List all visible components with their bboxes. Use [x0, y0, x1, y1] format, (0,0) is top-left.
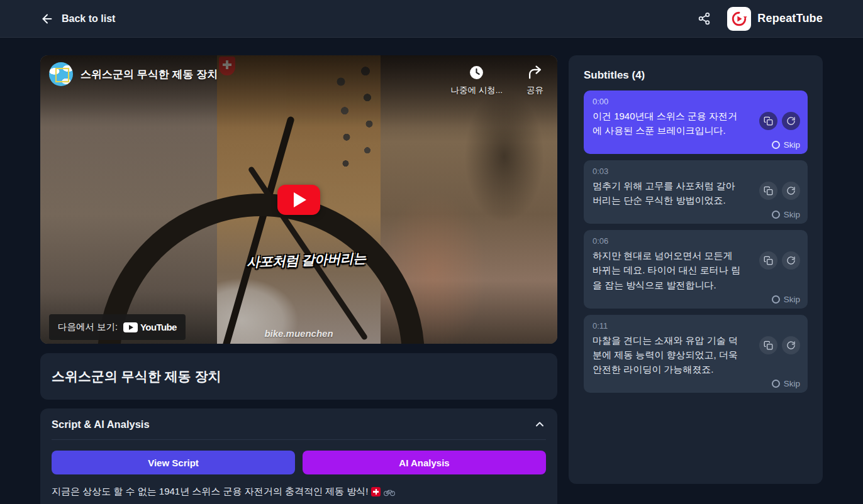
subtitle-timestamp: 0:11 — [593, 321, 799, 331]
script-analysis-card: Script & AI Analysis View Script AI Anal… — [40, 408, 557, 504]
skip-label: Skip — [784, 379, 800, 388]
repeat-subtitle-button[interactable] — [782, 112, 800, 130]
share-arrow-icon — [527, 65, 543, 80]
repeat-icon — [786, 186, 796, 195]
back-to-list-label: Back to list — [62, 13, 115, 25]
subtitle-actions — [759, 182, 800, 200]
view-script-button[interactable]: View Script — [52, 451, 295, 474]
subtitle-list: 0:00 이건 1940년대 스위스 군용 자전거에 사용된 스푼 브레이크입니… — [584, 90, 808, 393]
script-section-toggle[interactable]: Script & AI Analysis — [52, 408, 546, 440]
skip-radio-icon — [772, 380, 780, 388]
skip-toggle[interactable]: Skip — [772, 140, 800, 150]
repeat-subtitle-button[interactable] — [782, 251, 800, 270]
subtitles-header: Subtitles (4) — [584, 69, 808, 82]
subtitle-card[interactable]: 0:11 마찰을 견디는 소재와 유압 기술 덕분에 제동 능력이 향상되었고,… — [584, 315, 808, 393]
skip-radio-icon — [772, 295, 780, 304]
subtitle-timestamp: 0:00 — [593, 97, 799, 106]
bicycle-icon — [384, 488, 395, 496]
video-share-button[interactable]: 공유 — [526, 65, 543, 96]
share-icon — [698, 12, 711, 25]
brand-name: RepeatTube — [757, 12, 823, 25]
watch-later-label: 나중에 시청... — [450, 85, 503, 96]
youtube-play-icon — [123, 322, 138, 332]
repeat-icon — [786, 256, 796, 265]
share-page-button[interactable] — [698, 12, 711, 25]
player-header: 스위스군의 무식한 제동 장치 나중에 시청... 공유 — [49, 62, 543, 96]
subtitle-timestamp: 0:06 — [593, 236, 799, 246]
player-video-title[interactable]: 스위스군의 무식한 제동 장치 — [81, 67, 218, 82]
play-icon — [294, 192, 306, 207]
skip-label: Skip — [784, 140, 800, 150]
subtitle-card[interactable]: 0:00 이건 1940년대 스위스 군용 자전거에 사용된 스푼 브레이크입니… — [584, 90, 808, 154]
skip-radio-icon — [772, 141, 780, 149]
subtitle-card[interactable]: 0:03 멈추기 위해 고무를 사포처럼 갈아버리는 단순 무식한 방법이었죠.… — [584, 160, 808, 224]
skip-toggle[interactable]: Skip — [772, 295, 800, 304]
main-content: 스위스군의 무식한 제동 장치 나중에 시청... 공유 — [0, 38, 863, 504]
skip-label: Skip — [784, 295, 800, 304]
copy-icon — [764, 341, 773, 350]
subtitle-actions — [759, 336, 800, 354]
chevron-up-icon — [533, 418, 546, 430]
left-column: 스위스군의 무식한 제동 장치 나중에 시청... 공유 — [40, 55, 557, 504]
repeat-subtitle-button[interactable] — [782, 336, 800, 354]
youtube-wordmark: YouTube — [140, 322, 177, 332]
skip-toggle[interactable]: Skip — [772, 210, 800, 219]
script-section-title: Script & AI Analysis — [52, 419, 150, 430]
watch-on-youtube-link[interactable]: 다음에서 보기: YouTube — [49, 314, 186, 340]
skip-label: Skip — [784, 210, 800, 219]
description-text: 지금은 상상도 할 수 없는 1941년 스위스 군용 자전거의 충격적인 제동… — [52, 486, 368, 498]
copy-subtitle-button[interactable] — [759, 182, 777, 200]
subtitle-actions — [759, 112, 800, 130]
copy-icon — [764, 186, 773, 195]
copy-icon — [764, 116, 773, 126]
clock-icon — [469, 65, 484, 80]
video-description: 지금은 상상도 할 수 없는 1941년 스위스 군용 자전거의 충격적인 제동… — [52, 474, 546, 504]
copy-subtitle-button[interactable] — [759, 251, 777, 270]
copy-icon — [764, 256, 773, 265]
watch-on-label: 다음에서 보기: — [58, 321, 118, 333]
repeat-icon — [786, 341, 796, 350]
youtube-logo: YouTube — [123, 322, 177, 332]
top-navbar: Back to list RepeatTube — [0, 0, 863, 38]
youtube-play-button[interactable] — [277, 185, 320, 215]
copy-subtitle-button[interactable] — [759, 112, 777, 130]
video-title: 스위스군의 무식한 제동 장치 — [52, 368, 546, 385]
video-share-label: 공유 — [526, 85, 543, 96]
repeat-icon — [786, 116, 796, 126]
watch-later-button[interactable]: 나중에 시청... — [450, 65, 503, 96]
subtitle-timestamp: 0:03 — [593, 167, 799, 176]
arrow-left-icon — [40, 12, 54, 26]
back-to-list-button[interactable]: Back to list — [40, 12, 115, 26]
ai-analysis-button[interactable]: AI Analysis — [303, 451, 546, 474]
swiss-flag-icon — [371, 487, 381, 496]
subtitle-card[interactable]: 0:06 하지만 현대로 넘어오면서 모든게 바뀌는 데요. 타이어 대신 로터… — [584, 230, 808, 308]
subtitles-panel: Subtitles (4) 0:00 이건 1940년대 스위스 군용 자전거에… — [569, 55, 823, 484]
subtitle-actions — [759, 251, 800, 270]
repeat-subtitle-button[interactable] — [782, 182, 800, 200]
repeattube-logo-icon — [727, 7, 751, 31]
brand[interactable]: RepeatTube — [727, 7, 823, 31]
skip-radio-icon — [772, 211, 780, 219]
video-title-card: 스위스군의 무식한 제동 장치 — [40, 353, 557, 400]
skip-toggle[interactable]: Skip — [772, 379, 800, 388]
copy-subtitle-button[interactable] — [759, 336, 777, 354]
channel-avatar[interactable] — [49, 62, 73, 86]
youtube-player[interactable]: 스위스군의 무식한 제동 장치 나중에 시청... 공유 — [40, 55, 557, 344]
creator-watermark: bike.muenchen — [217, 328, 381, 339]
